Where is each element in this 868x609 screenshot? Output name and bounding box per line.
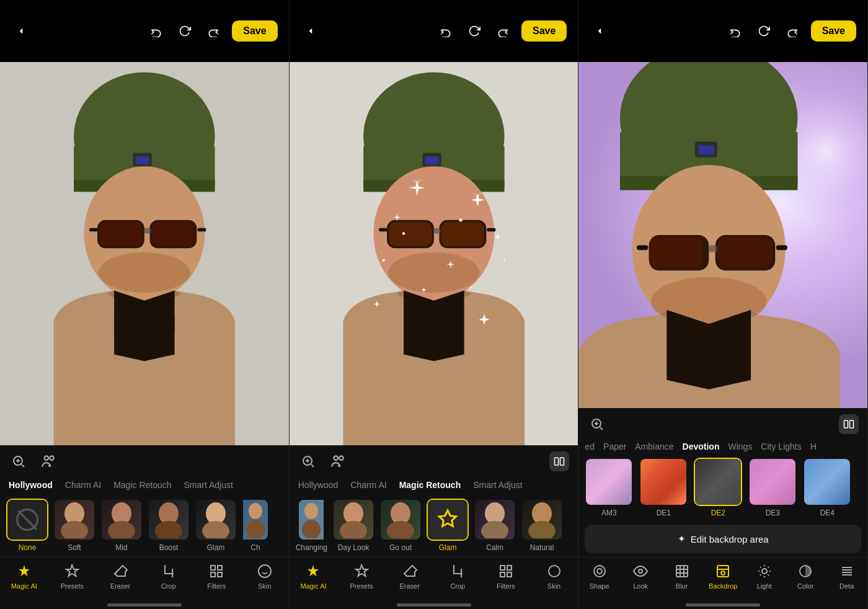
panel2-back-button[interactable]: [301, 21, 321, 41]
preset-boost[interactable]: Boost: [148, 499, 190, 552]
backdrop-icon: [714, 562, 732, 580]
panel3-toolbar-backdrop[interactable]: Backdrop: [707, 562, 739, 590]
panel2-magic-ai-icon: [304, 562, 322, 580]
panel2-preset-daylook-label: Day Look: [338, 543, 370, 552]
panel2-toolbar-magic-ai[interactable]: Magic AI: [297, 562, 329, 590]
preset-soft[interactable]: Soft: [53, 499, 95, 552]
panel2-redo-button[interactable]: [493, 21, 513, 41]
back-button[interactable]: [11, 21, 31, 41]
panel3-compare-toggle[interactable]: [839, 414, 859, 434]
panel2-tab-magic-retouch[interactable]: Magic Retouch: [399, 479, 461, 491]
panel3-toolbar-color[interactable]: Color: [789, 562, 822, 590]
backdrop-de2-thumb[interactable]: [694, 458, 742, 506]
backdrop-cat-wings[interactable]: Wings: [728, 442, 752, 451]
backdrop-cat-devotion[interactable]: Devotion: [683, 442, 720, 451]
preset-ch[interactable]: Ch: [242, 499, 269, 552]
tab-charm-ai[interactable]: Charm AI: [65, 479, 101, 491]
panel2-save-button[interactable]: Save: [521, 20, 567, 42]
svg-point-107: [594, 566, 605, 577]
tab-hollywood[interactable]: Hollywood: [9, 479, 53, 491]
panel3-zoom-icon[interactable]: [587, 414, 607, 434]
look-label: Look: [633, 582, 648, 590]
panel2-presets: Changing Day Look Go out: [290, 494, 578, 557]
panel3-reset-button[interactable]: [754, 21, 774, 41]
panel2-preset-daylook[interactable]: Day Look: [332, 499, 374, 552]
save-button[interactable]: Save: [232, 20, 277, 42]
tab-smart-adjust[interactable]: Smart Adjust: [184, 479, 233, 491]
backdrop-de4-label: DE4: [820, 509, 835, 517]
toolbar-presets[interactable]: Presets: [56, 562, 88, 590]
panel3-redo-button[interactable]: [782, 21, 802, 41]
panel2-zoom-icon[interactable]: [298, 451, 318, 471]
redo-button[interactable]: [203, 21, 223, 41]
preset-boost-label: Boost: [159, 543, 179, 552]
panel2-preset-natural[interactable]: Natural: [521, 499, 563, 552]
panel3-toolbar-look[interactable]: Look: [624, 562, 657, 590]
svg-point-61: [382, 259, 384, 262]
backdrop-de3-inner: [750, 459, 795, 505]
backdrop-cat-h[interactable]: H: [810, 442, 817, 451]
panel2-reset-button[interactable]: [464, 21, 484, 41]
undo-button[interactable]: [146, 21, 166, 41]
panel2-preset-goout[interactable]: Go out: [379, 499, 422, 552]
backdrop-cat-ambiance[interactable]: Ambiance: [635, 442, 673, 451]
panel3-toolbar-detail[interactable]: Deta: [831, 562, 863, 590]
backdrop-cat-city-lights[interactable]: City Lights: [761, 442, 801, 451]
preset-glam[interactable]: Glam: [195, 499, 237, 552]
toolbar-filters[interactable]: Filters: [200, 562, 232, 590]
panel2-skin-icon: [546, 562, 563, 580]
svg-point-25: [155, 521, 182, 538]
preset-glam-thumb: [195, 499, 237, 541]
svg-rect-102: [776, 246, 787, 251]
edit-backdrop-button[interactable]: ✦ Edit backdrop area: [585, 525, 861, 553]
panel2-preset-glam[interactable]: Glam: [427, 499, 469, 552]
backdrop-cat-ed[interactable]: ed: [585, 442, 595, 451]
backdrop-cat-paper[interactable]: Paper: [603, 442, 626, 451]
reset-button[interactable]: [175, 21, 195, 41]
panel2-tab-smart-adjust[interactable]: Smart Adjust: [473, 479, 522, 491]
panel2-preset-calm[interactable]: Calm: [474, 499, 516, 552]
panel2-home-indicator: [397, 603, 471, 607]
backdrop-am3-thumb[interactable]: [585, 458, 633, 506]
toolbar-skin[interactable]: Skin: [249, 562, 281, 590]
toolbar-eraser[interactable]: Eraser: [104, 562, 136, 590]
panel1-topbar-left: [11, 21, 31, 41]
backdrop-de1-inner: [640, 459, 686, 505]
panel3-save-button[interactable]: Save: [811, 20, 856, 42]
panel3-toolbar-light[interactable]: Light: [748, 562, 781, 590]
panel2-compare-toggle[interactable]: [549, 451, 569, 471]
panel2-tab-hollywood[interactable]: Hollywood: [298, 479, 339, 491]
panel1-topbar: Save: [0, 0, 289, 62]
panel2-toolbar-eraser[interactable]: Eraser: [394, 562, 426, 590]
svg-point-18: [45, 456, 49, 460]
panel2-tab-charm-ai[interactable]: Charm AI: [350, 479, 386, 491]
backdrop-de3-thumb[interactable]: [748, 458, 797, 506]
panel3-back-button[interactable]: [590, 21, 609, 41]
panel3-undo-button[interactable]: [725, 21, 745, 41]
preset-mid[interactable]: Mid: [100, 499, 143, 552]
panel2-toolbar-skin[interactable]: Skin: [538, 562, 570, 590]
panel3-toolbar-blur[interactable]: Blur: [666, 562, 698, 590]
panel2-preset-changing[interactable]: Changing: [296, 499, 327, 552]
panel2-toolbar-filters[interactable]: Filters: [490, 562, 522, 590]
svg-rect-93: [699, 145, 715, 154]
preset-none[interactable]: None: [6, 499, 48, 552]
panel1-photo: [0, 62, 289, 445]
panel2-eraser-label: Eraser: [399, 582, 419, 590]
toolbar-crop[interactable]: Crop: [153, 562, 185, 590]
zoom-icon[interactable]: [9, 451, 29, 471]
backdrop-de1-thumb[interactable]: [639, 458, 688, 506]
panel3-toolbar-shape[interactable]: Shape: [583, 562, 616, 590]
panel2-undo-button[interactable]: [436, 21, 456, 41]
panel2-people-icon[interactable]: [328, 451, 348, 471]
toolbar-magic-ai[interactable]: Magic AI: [8, 562, 40, 590]
tab-magic-retouch[interactable]: Magic Retouch: [113, 479, 171, 491]
backdrop-de4-thumb[interactable]: [803, 458, 851, 506]
preset-ch-label: Ch: [250, 543, 260, 552]
presets-icon: [63, 562, 81, 580]
people-icon[interactable]: [38, 451, 58, 471]
panel2-toolbar-presets[interactable]: Presets: [345, 562, 378, 590]
panel2-toolbar-crop[interactable]: Crop: [441, 562, 474, 590]
crop-label: Crop: [161, 582, 176, 590]
svg-rect-98: [709, 246, 718, 252]
